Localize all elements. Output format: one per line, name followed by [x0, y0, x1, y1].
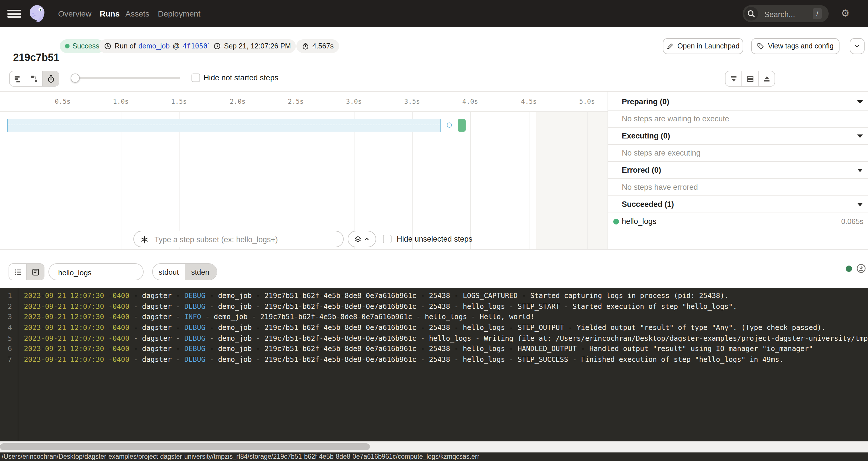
collapse-triangle-icon — [857, 168, 863, 172]
collapse-triangle-icon — [857, 134, 863, 137]
timed-view-button[interactable] — [43, 71, 59, 86]
log-timestamp: 2023-09-21 12:07:30 -0400 — [24, 313, 129, 321]
run-timestamp: Sep 21, 12:07:26 PM — [224, 42, 291, 50]
gantt-pane: 0.5s 1.0s 1.5s 2.0s 2.5s 3.0s 3.5s 4.0s … — [0, 91, 608, 249]
gantt-gridline — [354, 112, 354, 249]
line-number: 4 — [0, 322, 12, 333]
horizontal-scrollbar[interactable] — [0, 441, 868, 453]
gantt-gridline — [63, 112, 63, 249]
step-subset-input[interactable] — [153, 232, 338, 248]
chevron-up-icon — [364, 236, 370, 242]
dagster-logo[interactable] — [27, 3, 48, 24]
open-in-launchpad-button[interactable]: Open in Launchpad — [663, 38, 743, 54]
tab-stdout[interactable]: stdout — [153, 264, 185, 280]
section-title: Preparing (0) — [622, 97, 670, 106]
waterfall-view-button[interactable] — [26, 71, 43, 86]
log-step-filter-input[interactable] — [57, 264, 139, 281]
gantt-gridline — [470, 112, 471, 249]
empty-state-text: No steps are executing — [622, 149, 701, 157]
expand-bottom-button[interactable] — [725, 71, 742, 86]
section-title: Executing (0) — [622, 132, 670, 140]
tab-stderr[interactable]: stderr — [185, 264, 217, 280]
after-run-end-shade — [536, 112, 608, 249]
line-number: 5 — [0, 333, 12, 344]
line-number: 7 — [0, 355, 12, 365]
nav-tab-assets[interactable]: Assets — [125, 0, 149, 27]
log-file-icon — [31, 268, 40, 276]
axis-tick: 0.5s — [55, 92, 70, 111]
expand-top-button[interactable] — [758, 71, 775, 86]
timestamp-pill: Sep 21, 12:07:26 PM — [208, 39, 296, 53]
search-input[interactable] — [763, 5, 811, 23]
log-timestamp: 2023-09-21 12:07:30 -0400 — [24, 303, 129, 311]
graph-query-toggle-button[interactable] — [348, 231, 376, 247]
step-start-marker[interactable] — [447, 123, 452, 128]
gear-icon[interactable]: ⚙ — [839, 8, 851, 19]
log-separator: - dagster - — [129, 303, 184, 311]
waiting-dashed-line — [8, 125, 440, 125]
gantt-gridline — [296, 112, 297, 249]
hide-unselected-label: Hide unselected steps — [397, 235, 472, 244]
scrollbar-thumb[interactable] — [0, 443, 370, 450]
hamburger-menu-icon[interactable] — [7, 10, 21, 18]
raw-log-view-button[interactable] — [27, 264, 44, 280]
section-header-succeeded[interactable]: Succeeded (1) — [608, 196, 868, 213]
nav-tab-deployment[interactable]: Deployment — [158, 0, 200, 27]
split-panels-button[interactable] — [742, 71, 758, 86]
log-level: DEBUG — [184, 303, 206, 311]
at-separator: @ — [173, 42, 180, 50]
event-list-view-button[interactable] — [9, 264, 27, 280]
hide-unselected-checkbox[interactable] — [383, 235, 392, 243]
log-separator: - dagster - — [129, 292, 184, 300]
run-of-label: Run of — [115, 42, 136, 50]
log-timestamp: 2023-09-21 12:07:30 -0400 — [24, 324, 129, 332]
empty-state-row: No steps have errored — [608, 179, 868, 196]
log-timestamp: 2023-09-21 12:07:30 -0400 — [24, 335, 129, 342]
history-clock-icon — [104, 42, 112, 50]
section-header-errored[interactable]: Errored (0) — [608, 162, 868, 179]
log-line: 4 2023-09-21 12:07:30 -0400 - dagster - … — [0, 322, 868, 333]
panel-layout-group — [725, 71, 775, 87]
gantt-gridline — [121, 112, 121, 249]
gantt-step-bar-hello-logs[interactable] — [458, 119, 466, 132]
step-subset-field — [133, 231, 344, 247]
collapse-triangle-icon — [857, 203, 863, 206]
log-line: 6 2023-09-21 12:07:30 -0400 - dagster - … — [0, 344, 868, 355]
section-header-preparing[interactable]: Preparing (0) — [608, 93, 868, 111]
view-tags-config-button[interactable]: View tags and config — [751, 38, 839, 54]
pencil-icon — [666, 42, 674, 50]
header-more-actions-button[interactable] — [850, 38, 865, 54]
hide-not-started-checkbox[interactable] — [191, 73, 200, 82]
global-search[interactable]: / — [743, 5, 829, 22]
clock-icon — [213, 42, 221, 50]
nav-tab-overview[interactable]: Overview — [58, 0, 91, 27]
collapse-triangle-icon — [857, 100, 863, 103]
zoom-slider-track[interactable] — [71, 77, 180, 79]
download-log-button[interactable] — [856, 263, 866, 274]
search-icon — [744, 7, 758, 21]
gantt-gridline — [412, 112, 413, 249]
axis-tick: 4.5s — [521, 92, 536, 111]
nav-tab-runs[interactable]: Runs — [100, 0, 120, 27]
log-separator: - dagster - — [129, 345, 184, 353]
hamburger-bar — [7, 16, 21, 18]
job-link[interactable]: demo_job — [138, 42, 170, 50]
waterfall-icon — [30, 74, 38, 83]
log-separator: - dagster - — [129, 335, 184, 342]
log-line: 2 2023-09-21 12:07:30 -0400 - dagster - … — [0, 302, 868, 312]
line-number: 3 — [0, 312, 12, 322]
layers-icon — [354, 235, 362, 243]
log-separator: - dagster - — [129, 313, 184, 321]
flat-view-button[interactable] — [10, 71, 26, 86]
step-row-hello-logs[interactable]: hello_logs 0.065s — [608, 213, 868, 230]
top-nav-bar: Overview Runs Assets Deployment / ⚙ — [0, 0, 868, 27]
stopwatch-icon — [302, 42, 309, 50]
zoom-slider-thumb[interactable] — [71, 73, 80, 83]
log-timestamp: 2023-09-21 12:07:30 -0400 — [24, 345, 129, 353]
section-header-executing[interactable]: Executing (0) — [608, 128, 868, 145]
line-number: 6 — [0, 344, 12, 355]
empty-state-text: No steps have errored — [622, 183, 698, 191]
gantt-gridline — [179, 112, 180, 249]
log-level: DEBUG — [184, 292, 206, 300]
log-toolbar: stdout stderr — [0, 250, 868, 288]
